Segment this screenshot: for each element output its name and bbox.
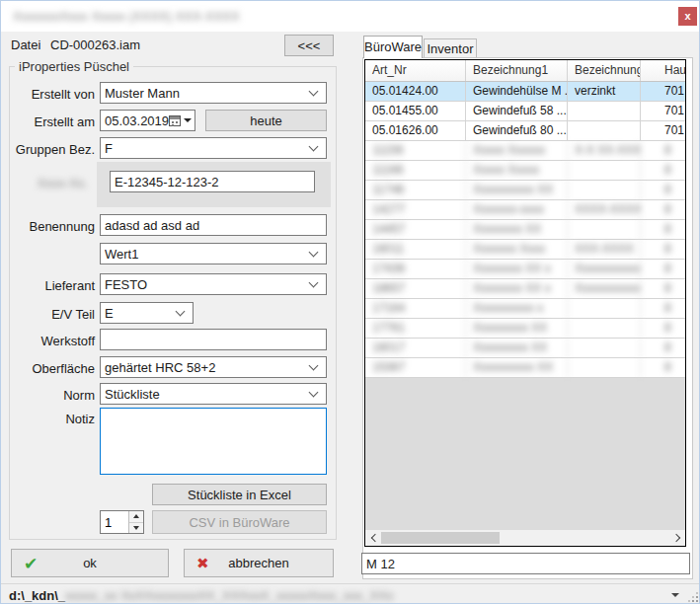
notiz-textarea[interactable] [100,408,327,475]
table-cell: 11156 [365,141,466,160]
csv-export-button[interactable]: CSV in BüroWare [152,510,327,534]
horizontal-scrollbar[interactable] [365,530,685,546]
table-row[interactable]: 17761Xxxxxxxxx XX8 [365,319,685,339]
table-cell [568,102,641,120]
table-row[interactable]: 15367Xxxxxxxxxx XX8 [365,358,685,378]
table-cell: 8 [641,141,686,160]
ok-button[interactable]: ✔ ok [11,549,169,577]
scroll-left-button[interactable] [365,530,381,546]
title-bar: XxxxxxxXxxx Xxxxx (XXXX) XXX-XXXX x [1,1,699,32]
close-icon: x [684,10,690,22]
ev-teil-label: E/V Teil [9,307,95,322]
wert-select[interactable]: Wert1 [100,243,327,264]
spinner-up-icon [133,514,139,518]
tab-bueroware[interactable]: BüroWare [363,36,423,58]
dialog-window: XxxxxxxXxxx Xxxxx (XXXX) XXX-XXXX x Date… [0,0,700,604]
norm-select[interactable]: Stückliste [100,383,327,405]
table-cell: Xxxxxxxxxx XX [466,358,568,377]
stepper-up-button[interactable] [129,511,143,523]
wert-value: Wert1 [105,247,310,262]
table-cell: 05.01455.00 [365,102,466,120]
table-row[interactable]: 05.01424.00Gewindehülse M ...verzinkt701 [365,82,685,102]
table-row[interactable]: 11156Xxxxx XxxxxxX-X XX-XXX8 [365,141,685,161]
heute-label: heute [250,113,282,128]
table-row[interactable]: 17436Xxxxxxxx XX xXxxxxxxxxxx8 [365,260,685,279]
column-header-bezeichnung1[interactable]: Bezeichnung1 [466,60,568,81]
ident-input[interactable] [110,171,315,192]
benennung-input[interactable] [100,214,327,236]
dropdown-arrow-icon [184,118,192,122]
table-row[interactable]: 11166Xxxxx Xxxxx8 [365,161,685,181]
chevron-down-icon [309,141,319,151]
table-cell: Xxxxxxx Xxxx [466,240,568,259]
heute-button[interactable]: heute [205,110,327,131]
table-cell: 8 [641,339,686,357]
table-cell: 8 [641,181,686,199]
stepper-down-button[interactable] [129,523,143,534]
ev-teil-value: E [105,306,177,321]
erstellt-am-datepicker[interactable]: 05.03.2019 [100,110,195,131]
statusbar-dropdown-icon[interactable] [671,593,679,597]
table-cell: Xxxxx Xxxxx [466,161,568,180]
norm-label: Norm [9,388,95,403]
lieferant-select[interactable]: FESTO [100,273,327,295]
werkstoff-label: Werkstoff [9,334,95,348]
close-button[interactable]: x [678,7,697,26]
table-cell: Xxxxxxxxxx XX [466,181,568,199]
column-header-bezeichnung2[interactable]: Bezeichnung2 [568,60,641,81]
table-cell: 11746 [365,181,466,199]
benennung-label: Benennung [9,219,95,234]
chevron-down-icon [309,387,319,397]
table-row[interactable]: 05.01626.00Gewindefuß 80 ...701 [365,121,685,141]
table-cell: 14457 [365,220,466,239]
quantity-input[interactable] [101,511,128,533]
quantity-stepper[interactable] [100,510,144,534]
erstellt-von-select[interactable]: Muster Mann [100,82,327,104]
table-row[interactable]: 16017Xxxxxxxxx XX8 [365,339,685,358]
table-cell [568,121,641,140]
gruppen-bez-value: F [105,141,310,156]
column-header-hau[interactable]: Hau [641,60,686,81]
table-row[interactable]: 14277Xxxxxxx-xxxxXXXX-XXXXX8 [365,200,685,220]
check-icon: ✔ [24,554,38,574]
search-input[interactable] [361,553,690,574]
gruppen-bez-select[interactable]: F [100,137,327,159]
lieferant-label: Lieferant [9,278,95,293]
table-row[interactable]: 11746Xxxxxxxxxx XX8 [365,181,685,200]
table-cell: 17164 [365,299,466,318]
table-cell: 701 [641,102,686,120]
status-bar: d:\_kdn\_xxxxx_xx XxXXxxxxxxxXX_XXXxxX_x… [1,583,700,604]
table-row[interactable]: 05.01455.00Gewindefuß 58 ...701 [365,102,685,121]
table-cell: Gewindehülse M ... [466,82,568,101]
table-cell: 701 [641,121,686,140]
tab-inventor[interactable]: Inventor [424,38,477,58]
table-cell: 8 [641,220,686,239]
table-cell: 16011 [365,240,466,259]
werkstoff-input[interactable] [100,329,327,350]
resize-grip[interactable] [688,592,698,602]
table-cell: 8 [641,240,686,259]
ev-teil-select[interactable]: E [100,302,194,324]
excel-export-label: Stückliste in Excel [188,488,291,502]
table-cell: Gewindefuß 80 ... [466,121,568,140]
table-cell: Xxxxxxxxxx x [466,299,568,318]
ident-label: Xxxx-Xx. [31,176,88,190]
table-row[interactable]: 16011Xxxxxxx XxxxXXX-XXXX8 [365,240,685,260]
scroll-right-button[interactable] [669,530,685,546]
table-cell: 17436 [365,260,466,278]
chevron-down-icon [309,277,319,287]
cancel-button[interactable]: ✖ abbrechen [184,549,334,577]
table-row[interactable]: 17164Xxxxxxxxxx x8 [365,299,685,319]
scrollbar-right-icon [671,534,679,542]
table-cell: Xxxxxxxx XX [466,220,568,239]
collapse-panel-button[interactable]: <<< [284,35,334,56]
table-row[interactable]: 14457Xxxxxxxx XX8 [365,220,685,240]
table-cell [568,161,641,180]
table-cell: Gewindefuß 58 ... [466,102,568,120]
norm-value: Stückliste [105,387,310,402]
column-header-artnr[interactable]: Art_Nr [365,60,466,81]
excel-export-button[interactable]: Stückliste in Excel [152,484,327,505]
table-row[interactable]: 18657Xxxxxxxx XX xXxxxxxxxxxx8 [365,279,685,299]
scrollbar-thumb[interactable] [381,532,500,544]
oberflaeche-select[interactable]: gehärtet HRC 58+2 [100,356,327,378]
